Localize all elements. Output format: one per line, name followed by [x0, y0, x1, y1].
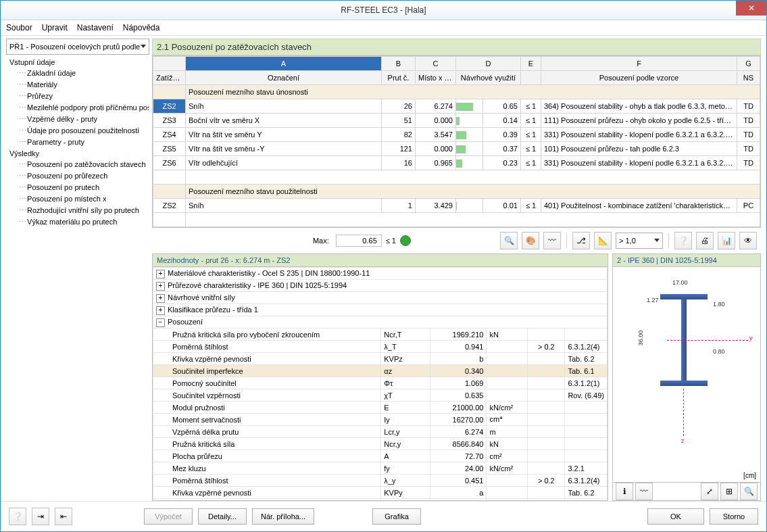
ok-button[interactable]: OK [647, 508, 704, 525]
detail-row[interactable]: Pomocný součinitel Φτ 1.069 6.3.1.2(1) [153, 377, 608, 389]
print-icon[interactable]: 🔍 [740, 483, 758, 500]
tree-item[interactable]: Posouzení po zatěžovacích stavech [7, 159, 149, 170]
table-row[interactable]: ZS5 Vítr na štít ve směru -Y 121 0.000 0… [153, 142, 760, 156]
dims-icon[interactable]: ⊞ [720, 483, 738, 500]
view-icon[interactable]: 📐 [594, 232, 612, 249]
info-icon[interactable]: ℹ [616, 483, 633, 500]
menu-file[interactable]: Soubor [6, 23, 32, 32]
menu-help[interactable]: Nápověda [123, 23, 160, 32]
detail-row[interactable]: Pružná kritická síla pro vybočení zkrouc… [153, 329, 608, 341]
tree-item[interactable]: Údaje pro posouzení použitelnosti [7, 125, 149, 137]
tree-group-input: Vstupní údaje [7, 57, 149, 68]
tree-group-results: Výsledky [7, 148, 149, 159]
titlebar: RF-STEEL EC3 - [Hala] ✕ [1, 1, 766, 20]
detail-row[interactable]: Plocha průřezu A 72.70 cm² [153, 450, 608, 462]
expand-icon[interactable]: + [156, 306, 165, 315]
member-icon[interactable]: 〰 [543, 232, 561, 249]
graphics-button[interactable]: Grafika [372, 508, 421, 525]
window-title: RF-STEEL EC3 - [Hala] [341, 5, 426, 15]
annex-button[interactable]: Nár. příloha... [252, 508, 314, 525]
axis-z [683, 389, 684, 436]
detail-row[interactable]: Součinitel vzpěrnosti χT 0.635 Rov. (6.4… [153, 389, 608, 402]
unit-label: [cm] [743, 472, 756, 479]
tree-item[interactable]: Průřezy [7, 91, 149, 102]
import-icon[interactable]: ⇥ [32, 508, 49, 525]
max-rel: ≤ 1 [386, 237, 396, 245]
detail-row[interactable]: Modul pružnosti E 21000.00 kN/cm² [153, 402, 608, 414]
results-table[interactable]: A B C D E F G Zatížení Označení Prut č. … [153, 56, 760, 227]
nav-tree[interactable]: Vstupní údaje Základní údaje Materiály P… [6, 55, 149, 501]
detail-scroll[interactable]: +Materiálové charakteristiky - Ocel S 23… [153, 267, 608, 500]
menu-edit[interactable]: Upravit [42, 23, 68, 32]
detail-row[interactable]: Vzpěrná délka prutu Lcr,y 6.274 m [153, 426, 608, 438]
export-icon[interactable]: ⇤ [55, 508, 72, 525]
table-row[interactable]: ZS4 Vítr na štít ve směru Y 82 3.547 0.3… [153, 128, 760, 142]
table-row[interactable]: ZS2 Sníh 1 3.429 0.01 ≤ 1 401) Použiteln… [153, 199, 760, 213]
detail-row[interactable]: Křivka vzpěrné pevnosti KVPy a Tab. 6.2 [153, 487, 608, 499]
tree-item[interactable]: Výkaz materiálu po prutech [7, 216, 149, 228]
close-button[interactable]: ✕ [736, 1, 766, 16]
detail-title: Mezihodnoty - prut 26 - x: 6.274 m - ZS2 [153, 254, 608, 267]
tree-item[interactable]: Posouzení po místech x [7, 193, 149, 205]
preview-title: 2 - IPE 360 | DIN 1025-5:1994 [613, 254, 760, 267]
preview-canvas[interactable]: 17.00 36.00 1.27 1.80 0.80 y z [cm] [613, 267, 760, 482]
eye-icon[interactable]: 👁 [739, 232, 757, 249]
collapse-icon[interactable]: − [156, 318, 165, 327]
detail-row[interactable]: Moment setrvačnosti Iy 16270.00 cm⁴ [153, 414, 608, 426]
info-icon[interactable]: ❔ [674, 232, 692, 249]
ratio-select[interactable]: > 1,0 [616, 233, 663, 249]
detail-row[interactable]: Poměrná štíhlost λ_T 0.941 > 0.2 6.3.1.2… [153, 341, 608, 353]
menubar: Soubor Upravit Nastavení Nápověda [1, 20, 766, 36]
tree-item[interactable]: Mezilehlé podpory proti příčnému posu [7, 102, 149, 114]
tree-item[interactable]: Materiály [7, 79, 149, 91]
print-icon[interactable]: 🖨 [696, 232, 714, 249]
table-row[interactable]: ZS6 Vítr odlehčující 16 0.965 0.23 ≤ 1 3… [153, 156, 760, 170]
section-title: 2.1 Posouzení po zatěžovacích stavech [152, 39, 761, 55]
case-dropdown[interactable]: PŘ1 - Posouzení ocelových prutů podle [6, 39, 149, 55]
detail-row[interactable]: Součinitel imperfekce αz 0.340 Tab. 6.1 [153, 365, 608, 377]
axis-y [667, 340, 748, 341]
axes-icon[interactable]: ⤢ [701, 483, 718, 500]
expand-icon[interactable]: + [156, 282, 165, 291]
calc-button[interactable]: Výpočet [144, 508, 193, 525]
detail-table: +Materiálové charakteristiky - Ocel S 23… [153, 267, 608, 500]
help-icon[interactable]: ❔ [9, 508, 26, 525]
section-icon[interactable]: 〰 [635, 483, 653, 500]
table-row[interactable]: ZS3 Boční vítr ve směru X 51 0.000 0.14 … [153, 114, 760, 128]
max-row: Max: 0.65 ≤ 1 🔍 🎨 〰 ⎇ 📐 > 1,0 ❔ 🖨 📊 👁 [152, 228, 761, 253]
ok-icon [400, 235, 411, 246]
table-row[interactable]: ZS2 Sníh 26 6.274 0.65 ≤ 1 364) Posouzen… [153, 99, 760, 114]
detail-row[interactable]: Součinitel imperfekce αy 0.210 Tab. 6.1 [153, 499, 608, 501]
color-icon[interactable]: 🎨 [522, 232, 539, 249]
tree-item[interactable]: Posouzení po prutech [7, 182, 149, 193]
tree-item[interactable]: Parametry - pruty [7, 137, 149, 148]
menu-settings[interactable]: Nastavení [77, 23, 114, 32]
select-icon[interactable]: ⎇ [572, 232, 590, 249]
max-label: Max: [313, 237, 329, 245]
detail-row[interactable]: Křivka vzpěrné pevnosti KVPz b Tab. 6.2 [153, 353, 608, 365]
tree-item[interactable]: Posouzení po průřezech [7, 170, 149, 182]
tree-item[interactable]: Vzpěrné délky - pruty [7, 114, 149, 125]
expand-icon[interactable]: + [156, 294, 165, 303]
section-preview: 2 - IPE 360 | DIN 1025-5:1994 17.00 36.0… [612, 253, 761, 501]
filter-icon[interactable]: 🔍 [500, 232, 518, 249]
detail-row[interactable]: Mez kluzu fy 24.00 kN/cm² 3.2.1 [153, 462, 608, 475]
max-value: 0.65 [336, 235, 382, 247]
tree-item[interactable]: Rozhodující vnitřní síly po prutech [7, 205, 149, 216]
details-button[interactable]: Detaily... [198, 508, 247, 525]
excel-icon[interactable]: 📊 [718, 232, 735, 249]
detail-row[interactable]: Pružná kritická síla Ncr,y 8566.840 kN [153, 438, 608, 450]
cancel-button[interactable]: Storno [710, 508, 758, 525]
buttonbar: ❔ ⇥ ⇤ Výpočet Detaily... Nár. příloha...… [1, 501, 766, 531]
expand-icon[interactable]: + [156, 270, 165, 279]
tree-item[interactable]: Základní údaje [7, 68, 149, 79]
detail-row[interactable]: Poměrná štíhlost λ_y 0.451 > 0.2 6.3.1.2… [153, 475, 608, 487]
